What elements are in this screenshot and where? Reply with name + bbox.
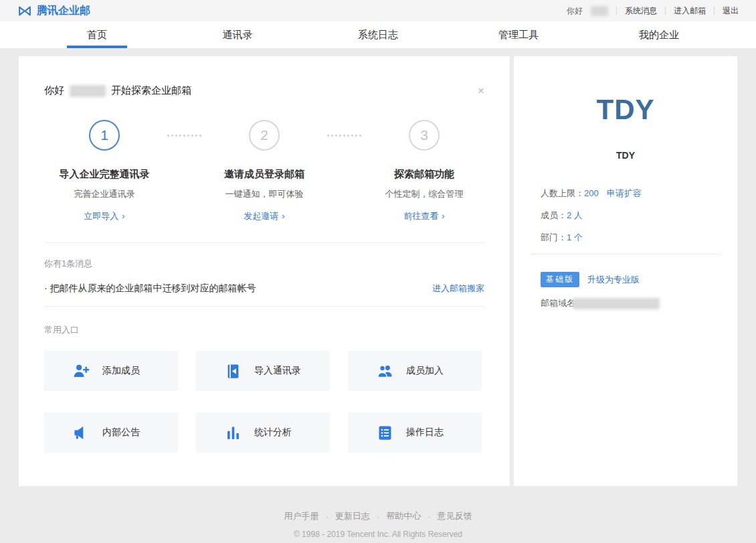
add-member-tile[interactable]: 添加成员 xyxy=(44,351,178,391)
page-footer: 用户手册 · 更新日志 · 帮助中心 · 意见反馈 © 1998 - 2019 … xyxy=(0,510,756,539)
step-invite-members: 2 邀请成员登录邮箱 一键通知，即可体验 发起邀请› xyxy=(205,120,323,222)
tab-my-company[interactable]: 我的企业 xyxy=(589,21,729,48)
step-title: 邀请成员登录邮箱 xyxy=(205,168,323,181)
separator xyxy=(665,7,666,15)
stat-value[interactable]: 1 个 xyxy=(567,232,583,242)
step-import-contacts: 1 导入企业完整通讯录 完善企业通讯录 立即导入› xyxy=(45,120,163,222)
log-list-icon xyxy=(376,424,394,442)
dot-separator: · xyxy=(325,512,328,522)
shortcuts-heading: 常用入口 xyxy=(44,324,484,336)
onboarding-card: 你好 开始探索企业邮箱 × 1 导入企业完整通讯录 完善企业通讯录 立即导入› … xyxy=(19,56,510,486)
chevron-right-icon: › xyxy=(122,211,124,221)
domain-redacted xyxy=(573,298,660,309)
step-explore-features: 3 探索邮箱功能 个性定制，综合管理 前往查看› xyxy=(365,120,483,222)
footer-links: 用户手册 · 更新日志 · 帮助中心 · 意见反馈 xyxy=(0,510,756,522)
welcome-prefix: 你好 xyxy=(44,84,64,97)
messages-heading: 你有1条消息 xyxy=(44,258,484,270)
tile-label: 操作日志 xyxy=(406,426,444,439)
step-number-badge: 3 xyxy=(409,120,440,151)
stat-label: 人数上限： xyxy=(541,188,584,198)
topbar-right: 你好 系统消息 进入邮箱 退出 xyxy=(567,5,739,17)
mailbox-migrate-link[interactable]: 进入邮箱搬家 xyxy=(432,283,484,295)
step-title: 导入企业完整通讯录 xyxy=(45,168,163,181)
megaphone-icon xyxy=(72,424,90,442)
import-now-link[interactable]: 立即导入› xyxy=(45,210,163,222)
company-name-small: TDY xyxy=(514,150,737,161)
book-import-icon xyxy=(224,362,242,380)
welcome-header: 你好 开始探索企业邮箱 × xyxy=(44,56,484,97)
separator xyxy=(714,7,715,15)
logout-link[interactable]: 退出 xyxy=(723,5,739,17)
member-limit-stat: 人数上限：200申请扩容 xyxy=(541,187,711,200)
internal-announcement-tile[interactable]: 内部公告 xyxy=(44,412,178,453)
mail-domain-row: 邮箱域名 xyxy=(514,297,737,309)
dotted-divider xyxy=(531,254,720,254)
system-messages-link[interactable]: 系统消息 xyxy=(625,5,657,17)
changelog-link[interactable]: 更新日志 xyxy=(335,510,370,522)
close-icon[interactable]: × xyxy=(478,85,484,96)
company-info-card: TDY TDY 人数上限：200申请扩容 成员：2 人 部门：1 个 基础版 升… xyxy=(514,56,737,486)
app-logo-text: 腾讯企业邮 xyxy=(37,4,90,18)
step-connector xyxy=(327,135,361,137)
tile-label: 导入通讯录 xyxy=(254,365,301,377)
message-text: · 把邮件从原来的企业邮箱中迁移到对应的邮箱帐号 xyxy=(44,283,256,295)
copyright: © 1998 - 2019 Tencent Inc. All Rights Re… xyxy=(0,530,756,539)
step-connector xyxy=(167,135,201,137)
tab-home[interactable]: 首页 xyxy=(27,21,167,48)
enter-mailbox-link[interactable]: 进入邮箱 xyxy=(674,5,706,17)
onboarding-steps: 1 导入企业完整通讯录 完善企业通讯录 立即导入› 2 邀请成员登录邮箱 一键通… xyxy=(44,120,484,222)
step-number-badge: 2 xyxy=(249,120,280,151)
stat-value[interactable]: 2 人 xyxy=(567,210,583,220)
operation-log-tile[interactable]: 操作日志 xyxy=(348,412,482,453)
welcome-suffix: 开始探索企业邮箱 xyxy=(111,84,191,97)
exmail-logo-icon xyxy=(17,5,32,17)
shortcuts-grid: 添加成员 导入通讯录 xyxy=(44,351,484,453)
greeting-label: 你好 xyxy=(567,5,583,17)
feedback-link[interactable]: 意见反馈 xyxy=(438,510,472,522)
separator xyxy=(616,7,617,15)
user-manual-link[interactable]: 用户手册 xyxy=(284,510,318,522)
chevron-right-icon: › xyxy=(442,211,444,221)
username-redacted xyxy=(591,6,608,16)
plan-badge: 基础版 xyxy=(541,272,579,287)
tab-contacts[interactable]: 通讯录 xyxy=(167,21,308,48)
content-area: 你好 开始探索企业邮箱 × 1 导入企业完整通讯录 完善企业通讯录 立即导入› … xyxy=(0,48,756,486)
username-redacted xyxy=(70,85,106,97)
step-number-badge: 1 xyxy=(89,120,120,151)
person-plus-icon xyxy=(72,362,90,380)
send-invite-link[interactable]: 发起邀请› xyxy=(205,210,323,222)
import-contacts-tile[interactable]: 导入通讯录 xyxy=(196,351,330,391)
tile-label: 统计分析 xyxy=(254,426,292,439)
departments-stat: 部门：1 个 xyxy=(541,232,711,244)
expand-capacity-link[interactable]: 申请扩容 xyxy=(607,188,642,198)
tile-label: 内部公告 xyxy=(102,426,140,439)
tab-admin-tools[interactable]: 管理工具 xyxy=(448,21,589,48)
company-name-large: TDY xyxy=(514,56,737,126)
tile-label: 成员加入 xyxy=(406,365,444,377)
stat-label: 成员： xyxy=(541,210,567,220)
members-stat: 成员：2 人 xyxy=(541,210,711,222)
main-nav: 首页 通讯录 系统日志 管理工具 我的企业 xyxy=(0,21,756,48)
bar-chart-icon xyxy=(224,424,242,442)
app-logo[interactable]: 腾讯企业邮 xyxy=(17,4,90,18)
step-description: 个性定制，综合管理 xyxy=(365,188,483,200)
go-view-link[interactable]: 前往查看› xyxy=(365,210,483,222)
tile-label: 添加成员 xyxy=(102,365,140,377)
statistics-tile[interactable]: 统计分析 xyxy=(196,412,330,453)
step-title: 探索邮箱功能 xyxy=(365,168,483,181)
dot-separator: · xyxy=(428,512,430,522)
chevron-right-icon: › xyxy=(282,211,284,221)
divider xyxy=(44,242,484,243)
stat-value: 200 xyxy=(584,188,599,198)
help-center-link[interactable]: 帮助中心 xyxy=(386,510,421,522)
company-stats: 人数上限：200申请扩容 成员：2 人 部门：1 个 xyxy=(514,187,737,244)
tab-system-log[interactable]: 系统日志 xyxy=(308,21,448,48)
step-description: 完善企业通讯录 xyxy=(45,188,163,200)
member-join-tile[interactable]: 成员加入 xyxy=(348,351,482,391)
divider xyxy=(44,306,484,307)
upgrade-pro-link[interactable]: 升级为专业版 xyxy=(587,274,640,286)
stat-label: 部门： xyxy=(541,232,567,242)
message-item: · 把邮件从原来的企业邮箱中迁移到对应的邮箱帐号 进入邮箱搬家 xyxy=(44,283,484,295)
dot-separator: · xyxy=(377,512,379,522)
welcome-title: 你好 开始探索企业邮箱 xyxy=(44,84,191,97)
